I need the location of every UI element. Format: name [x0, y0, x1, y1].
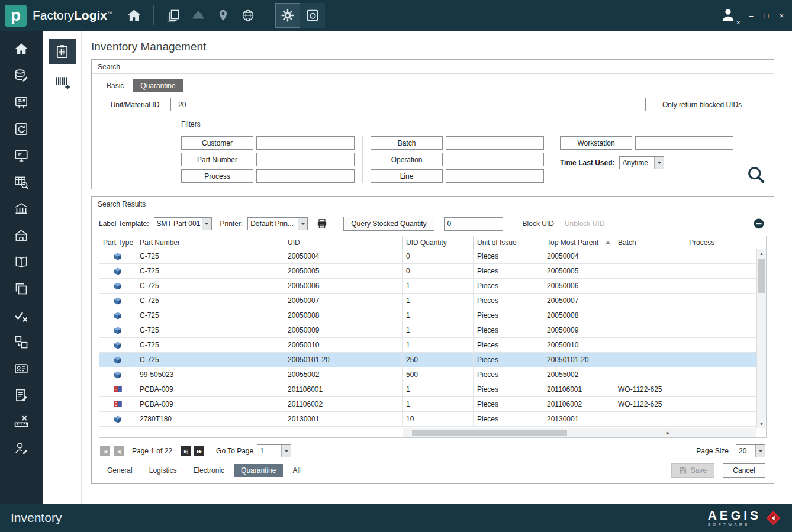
table-row[interactable]: 2780T1802013000110Pieces20130001 [99, 412, 756, 427]
result-tab-general[interactable]: General [100, 464, 140, 477]
table-row[interactable]: C-725200500040Pieces20050004 [99, 249, 756, 264]
cancel-button[interactable]: Cancel [723, 463, 765, 478]
part-number-filter-input[interactable] [256, 153, 355, 166]
search-button[interactable] [746, 165, 765, 184]
part-number-filter-button[interactable]: Part Number [181, 153, 253, 166]
save-button[interactable]: Save [671, 463, 714, 478]
table-row[interactable]: 99-50502320055002500Pieces20055002 [99, 367, 756, 382]
customer-filter-input[interactable] [256, 136, 355, 150]
nav-note-edit-icon[interactable] [12, 386, 30, 404]
column-header-uid-quantity[interactable]: UID Quantity [403, 236, 474, 249]
search-tab-basic[interactable]: Basic [99, 79, 131, 92]
process-filter-button[interactable]: Process [181, 169, 253, 183]
go-to-page-select[interactable]: 1 [257, 444, 291, 457]
last-page-button[interactable]: ▶▶ [194, 446, 204, 456]
unblock-uid-button[interactable]: Unblock UID [565, 220, 604, 228]
nav-check-x-icon[interactable] [12, 307, 30, 324]
stocked-quantity-input[interactable] [444, 217, 503, 231]
nav-monitor-icon[interactable] [12, 147, 30, 165]
search-tab-quarantine[interactable]: Quarantine [133, 79, 183, 92]
horizontal-scroll-thumb[interactable] [412, 430, 567, 436]
quarantine-clipboard-icon[interactable] [49, 39, 76, 64]
close-button[interactable]: × [779, 12, 784, 20]
table-row[interactable]: C-725200500091Pieces20050009 [99, 323, 756, 338]
column-header-unit-of-issue[interactable]: Unit of Issue [474, 236, 543, 249]
minimize-button[interactable]: – [749, 12, 753, 20]
horizontal-scrollbar[interactable]: ◀ ▶ [403, 428, 756, 437]
first-page-button[interactable]: |◀ [100, 446, 110, 456]
copy-stack-icon[interactable] [161, 3, 186, 28]
unit-material-id-button[interactable]: Unit/Material ID [99, 98, 171, 111]
nav-user-edit-icon[interactable] [12, 440, 30, 457]
result-tab-all[interactable]: All [285, 464, 307, 477]
time-last-used-select[interactable]: Anytime [619, 156, 664, 169]
vertical-scroll-thumb[interactable] [758, 259, 765, 293]
nav-database-edit-icon[interactable] [12, 67, 30, 85]
nav-planning-board-icon[interactable] [12, 93, 30, 111]
table-row[interactable]: C-725200500081Pieces20050008 [99, 308, 756, 323]
result-tab-electronic[interactable]: Electronic [186, 464, 231, 477]
block-circle-icon[interactable] [752, 217, 765, 230]
scroll-right-icon[interactable]: ▶ [579, 429, 756, 437]
table-row[interactable]: C-725200500061Pieces20050006 [99, 279, 756, 294]
nav-refresh-box-icon[interactable] [12, 120, 30, 138]
process-filter-input[interactable] [256, 169, 355, 183]
nav-ruler-x-icon[interactable] [12, 413, 30, 431]
next-page-button[interactable]: ▶| [181, 446, 191, 456]
query-stocked-quantity-button[interactable]: Query Stocked Quantity [343, 217, 434, 231]
operation-filter-button[interactable]: Operation [371, 153, 443, 166]
user-account-icon[interactable]: × [718, 7, 738, 24]
prev-page-button[interactable]: ◀| [114, 446, 124, 456]
column-header-uid[interactable]: UID [284, 236, 403, 249]
hard-hat-icon[interactable] [186, 3, 211, 28]
printer-select[interactable]: Default Prin... [247, 217, 308, 230]
map-pin-icon[interactable] [211, 3, 236, 28]
column-header-part-number[interactable]: Part Number [136, 236, 284, 249]
batch-filter-input[interactable] [446, 136, 544, 150]
operation-filter-input[interactable] [446, 153, 544, 166]
nav-home-icon[interactable] [12, 40, 30, 58]
nav-table-search-icon[interactable] [12, 173, 30, 191]
nav-transfer-icon[interactable] [12, 333, 30, 351]
nav-copy-icon[interactable] [12, 280, 30, 298]
result-tab-quarantine[interactable]: Quarantine [234, 464, 283, 477]
workstation-input[interactable] [635, 136, 733, 150]
table-row[interactable]: PCBA-0092011060021Pieces201106002WO-1122… [99, 397, 756, 412]
table-row[interactable]: C-725200500071Pieces20050007 [99, 294, 756, 308]
page-size-select[interactable]: 20 [736, 444, 765, 457]
checkbox-box[interactable] [652, 101, 659, 108]
label-template-select[interactable]: SMT Part 001 [154, 217, 212, 230]
nav-id-card-icon[interactable] [12, 360, 30, 378]
maximize-button[interactable]: □ [764, 12, 769, 20]
settings-gear-icon[interactable] [275, 3, 300, 28]
table-row[interactable]: C-725200500101Pieces20050010 [99, 338, 756, 353]
line-filter-input[interactable] [446, 169, 544, 183]
vertical-scrollbar[interactable]: ▲ ▼ [756, 249, 766, 428]
globe-icon[interactable] [236, 3, 260, 28]
customer-filter-button[interactable]: Customer [181, 136, 253, 150]
workstation-button[interactable]: Workstation [560, 136, 632, 150]
barcode-add-icon[interactable] [49, 70, 76, 95]
table-cell: 20050004 [284, 249, 403, 264]
printer-icon[interactable] [316, 218, 328, 230]
home-icon[interactable] [121, 3, 146, 28]
nav-bank-icon[interactable] [12, 200, 30, 218]
only-blocked-checkbox[interactable]: Only return blocked UIDs [652, 101, 742, 109]
table-row[interactable]: C-725200500050Pieces20050005 [99, 264, 756, 279]
table-row[interactable]: C-72520050101-20250Pieces20050101-20 [99, 353, 756, 367]
nav-book-icon[interactable] [12, 253, 30, 271]
table-row[interactable]: PCBA-0092011060011Pieces201106001WO-1122… [99, 382, 756, 397]
column-header-top-most-parent[interactable]: Top Most Parent [543, 236, 614, 249]
column-header-part-type[interactable]: Part Type [99, 236, 136, 249]
block-uid-button[interactable]: Block UID [523, 220, 554, 228]
line-filter-button[interactable]: Line [371, 169, 443, 183]
nav-house-box-icon[interactable] [12, 227, 30, 244]
scroll-down-icon[interactable]: ▼ [757, 420, 766, 428]
batch-filter-button[interactable]: Batch [371, 136, 443, 150]
scroll-up-icon[interactable]: ▲ [757, 249, 766, 257]
unit-material-id-input[interactable] [175, 98, 646, 111]
result-tab-logistics[interactable]: Logistics [142, 464, 184, 477]
history-icon[interactable] [300, 3, 325, 28]
column-header-batch[interactable]: Batch [614, 236, 685, 249]
column-header-process[interactable]: Process [685, 236, 756, 249]
